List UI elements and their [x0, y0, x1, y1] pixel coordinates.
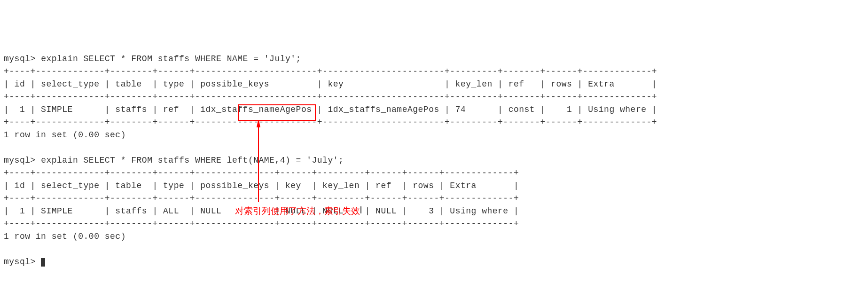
- rows-in-set-2: 1 row in set (0.00 sec): [4, 232, 126, 241]
- table1-border-mid: +----+-------------+--------+------+----…: [4, 92, 657, 102]
- annotation-text: 对索引列使用了方法，索引失效: [235, 204, 360, 218]
- sql-command-2-pre: explain SELECT * FROM staffs WHERE: [41, 156, 227, 165]
- mysql-prompt: mysql>: [4, 54, 41, 63]
- table1-row: | 1 | SIMPLE | staffs | ref | idx_staffs…: [4, 105, 657, 114]
- sql-command-1: explain SELECT * FROM staffs WHERE NAME …: [41, 54, 301, 63]
- table2-border-top: +----+-------------+--------+------+----…: [4, 168, 519, 178]
- table1-header: | id | select_type | table | type | poss…: [4, 79, 657, 89]
- table2-border-mid: +----+-------------+--------+------+----…: [4, 194, 519, 203]
- sql-left-func: left(NAME,4): [227, 156, 291, 165]
- rows-in-set-1: 1 row in set (0.00 sec): [4, 130, 126, 140]
- sql-command-2-post: = 'July';: [290, 156, 344, 165]
- mysql-prompt: mysql>: [4, 257, 41, 267]
- terminal-output: mysql> explain SELECT * FROM staffs WHER…: [4, 54, 657, 267]
- table1-border-bot: +----+-------------+--------+------+----…: [4, 118, 657, 127]
- table1-border-top: +----+-------------+--------+------+----…: [4, 67, 657, 76]
- text-cursor-icon: I: [360, 202, 362, 218]
- terminal-cursor-icon: [41, 258, 45, 267]
- mysql-prompt: mysql>: [4, 156, 41, 165]
- table2-header: | id | select_type | table | type | poss…: [4, 181, 519, 190]
- table2-border-bot: +----+-------------+--------+------+----…: [4, 219, 519, 228]
